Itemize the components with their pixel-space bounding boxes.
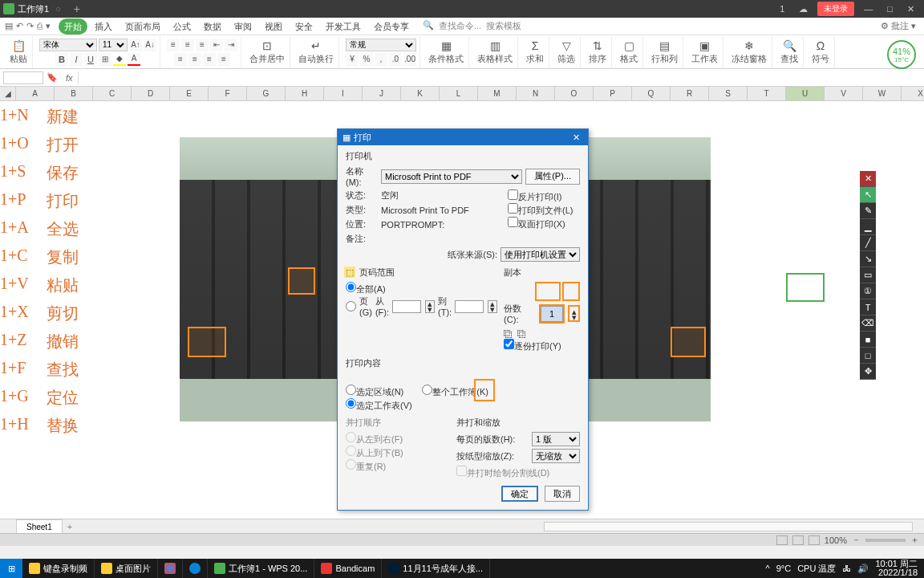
col-R[interactable]: R [671,87,709,101]
page-from-input[interactable] [392,300,421,313]
cell-shortcut-key[interactable]: 1+S [0,162,42,181]
tray-vol-icon[interactable]: 🔊 [857,564,869,574]
document-tab[interactable]: 工作簿1○ [18,3,61,15]
col-M[interactable]: M [478,87,517,101]
col-B[interactable]: B [55,87,93,101]
currency-button[interactable]: ¥ [346,53,359,66]
add-sheet-button[interactable]: + [63,522,77,531]
per-page-select[interactable]: 1 版 [532,432,580,446]
filter-button[interactable]: ▽筛选 [556,39,577,65]
font-color-button[interactable]: A [128,53,140,66]
align-mid[interactable]: ≡ [181,39,194,51]
col-N[interactable]: N [517,87,555,101]
tool-rect[interactable]: ▭ [860,267,876,283]
tool-arrow[interactable]: ↘ [860,251,876,267]
view-normal-icon[interactable] [776,535,788,545]
col-Q[interactable]: Q [632,87,671,101]
dec-dec[interactable]: .00 [403,53,416,66]
cell-shortcut-name[interactable]: 撤销 [47,331,95,352]
dialog-close-button[interactable]: ✕ [569,132,583,143]
align-center[interactable]: ≡ [188,53,201,66]
col-X[interactable]: X [902,87,924,101]
taskbar-item-3[interactable]: Bandicam [314,559,382,578]
wrap-button[interactable]: ↵自动换行 [297,39,335,65]
taskbar-item-2[interactable]: 工作簿1 - WPS 20... [208,559,314,578]
printer-select[interactable]: Microsoft Print to PDF [381,169,522,184]
align-right[interactable]: ≡ [203,53,216,66]
sum-button[interactable]: Σ求和 [525,39,545,65]
cell-shortcut-key[interactable]: 1+O [0,134,42,153]
taskbar-item-0[interactable]: 键盘录制频 [22,559,95,578]
search-command[interactable]: 查找命令... [439,20,481,32]
login-button[interactable]: 未登录 [817,2,854,16]
col-I[interactable]: I [324,87,363,101]
percent-button[interactable]: % [360,53,373,66]
cell-shortcut-name[interactable]: 替换 [47,415,95,437]
cell-shortcut-key[interactable]: 1+Z [0,331,42,349]
justify[interactable]: ≡ [217,53,230,66]
fill-color-button[interactable]: ◆ [113,53,126,66]
range-all-radio[interactable] [346,282,356,292]
page-to-input[interactable] [455,300,484,313]
freeze-button[interactable]: ❄冻结窗格 [730,39,768,65]
tab-insert[interactable]: 插入 [89,18,118,35]
maximize-icon[interactable]: □ [882,4,898,14]
col-C[interactable]: C [93,87,132,101]
cell-shortcut-key[interactable]: 1+G [0,387,42,405]
tray-up-icon[interactable]: ^ [765,564,769,573]
qat-save-icon[interactable]: ▤ [5,21,13,31]
tray-net-icon[interactable]: 🖧 [842,564,851,573]
cell-shortcut-key[interactable]: 1+H [0,415,42,434]
rows-cols-button[interactable]: ▤行和列 [650,39,679,65]
col-T[interactable]: T [748,87,786,101]
taskbar-edge[interactable] [183,559,208,578]
paste-button[interactable]: 📋粘贴 [8,39,29,65]
indent-dec[interactable]: ⇤ [210,39,223,51]
tool-text[interactable]: T [860,299,876,315]
cell-shortcut-key[interactable]: 1+X [0,303,42,321]
cell-shortcut-name[interactable]: 复制 [47,246,95,268]
tool-erase[interactable]: ⌫ [860,315,876,332]
cell-shortcut-name[interactable]: 剪切 [47,303,95,324]
tab-layout[interactable]: 页面布局 [120,18,166,35]
table-style-button[interactable]: ▥表格样式 [476,39,514,65]
tool-pencil[interactable]: ✎ [860,203,876,219]
sort-button[interactable]: ⇅排序 [587,39,608,65]
align-bot[interactable]: ≡ [196,39,209,51]
taskbar-chrome[interactable] [158,559,183,578]
printer-properties-button[interactable]: 属性(P)... [525,169,580,185]
print-workbook-radio[interactable] [422,385,432,395]
decrease-font[interactable]: A↓ [144,39,156,51]
print-to-file-checkbox[interactable] [508,203,518,214]
taskbar-item-1[interactable]: 桌面图片 [95,559,158,578]
cell-shortcut-name[interactable]: 打开 [47,134,95,156]
tab-dev[interactable]: 开发工具 [320,18,367,35]
add-tab-button[interactable]: + [69,2,85,15]
col-J[interactable]: J [363,87,401,101]
copies-input[interactable] [541,306,563,322]
find-button[interactable]: 🔍查找 [779,39,800,65]
start-button[interactable]: ⊞ [0,559,22,578]
dec-inc[interactable]: .0 [389,53,402,66]
col-S[interactable]: S [709,87,748,101]
tool-black[interactable]: ■ [860,332,876,348]
col-L[interactable]: L [440,87,478,101]
indent-inc[interactable]: ⇥ [225,39,237,51]
tab-view[interactable]: 视图 [259,18,288,35]
menu-settings-icon[interactable]: ⚙ 批注 ▾ [877,20,919,32]
collate-checkbox[interactable] [504,339,514,349]
range-pages-radio[interactable] [346,301,356,311]
reverse-print-checkbox[interactable] [508,189,518,200]
to-stepper[interactable]: ▴▾ [488,300,497,313]
view-layout-icon[interactable] [792,535,804,545]
increase-font[interactable]: A↑ [129,39,142,51]
scale-select[interactable]: 无缩放 [532,449,580,463]
copies-stepper[interactable]: ▴▾ [570,309,578,320]
cell-shortcut-name[interactable]: 保存 [47,162,95,184]
h-scrollbar[interactable] [544,522,913,531]
cell-shortcut-name[interactable]: 粘贴 [47,275,95,296]
col-H[interactable]: H [286,87,324,101]
align-left[interactable]: ≡ [174,53,187,66]
sheet-tab-1[interactable]: Sheet1 [16,519,63,533]
tool-line[interactable]: ╱ [860,235,876,251]
